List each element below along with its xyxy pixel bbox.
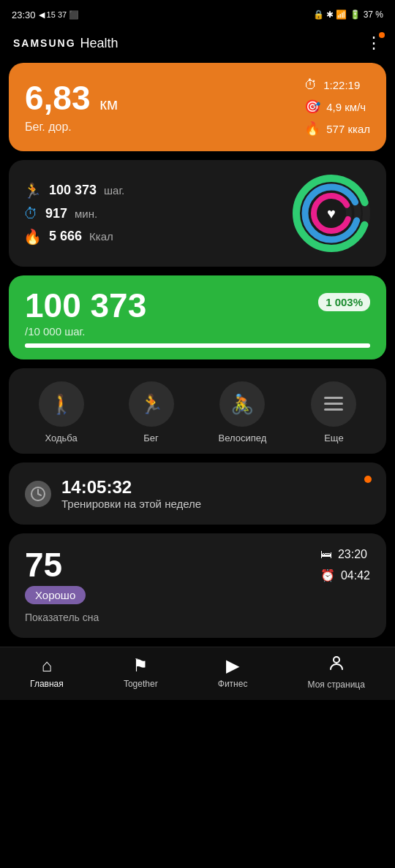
activity-more-button[interactable]: Еще xyxy=(311,381,356,443)
bed-time: 🛏 23:20 xyxy=(320,548,367,561)
workout-type: Бег. дор. xyxy=(25,121,118,134)
svg-text:♥: ♥ xyxy=(327,205,336,221)
steps-badge: 1 003% xyxy=(318,293,370,311)
walk-icon: 🚶 xyxy=(39,381,84,427)
steps-progress-fill xyxy=(25,343,370,348)
notification-dot xyxy=(379,32,385,38)
nav-profile[interactable]: Моя страница xyxy=(308,655,365,690)
bed-time-value: 23:20 xyxy=(338,548,367,561)
cards-container: 6,83 км Бег. дор. ⏱ 1:22:19 🎯 4,9 км/ч 🔥… xyxy=(0,63,395,638)
workout-speed: 🎯 4,9 км/ч xyxy=(304,99,366,115)
training-info: 14:05:32 Тренировки на этой неделе xyxy=(61,477,201,510)
nav-fitness[interactable]: ▶ Фитнес xyxy=(218,655,248,689)
heart-ring: ♥ xyxy=(291,173,372,254)
activity-bike-button[interactable]: 🚴 Велосипед xyxy=(219,381,267,443)
kcal-unit: Ккал xyxy=(89,230,113,243)
sleep-quality-badge: Хорошо xyxy=(25,586,86,604)
battery-icons: 🔒 ✱ 📶 🔋 xyxy=(313,9,361,20)
kcal-row: 🔥 5 666 Ккал xyxy=(23,228,124,245)
walk-label: Ходьба xyxy=(45,433,77,443)
bike-label: Велосипед xyxy=(219,433,267,443)
svg-line-12 xyxy=(38,494,41,495)
profile-label: Моя страница xyxy=(308,679,365,690)
sleep-card[interactable]: 75 Хорошо Показатель сна 🛏 23:20 ⏰ 04:42 xyxy=(9,533,386,638)
logo-samsung: SAMSUNG xyxy=(13,37,76,49)
steps-row: 🏃 100 373 шаг. xyxy=(23,182,124,199)
training-notification-dot xyxy=(364,476,372,483)
home-label: Главная xyxy=(30,679,64,689)
training-label: Тренировки на этой неделе xyxy=(61,498,201,510)
heart-ring-svg: ♥ xyxy=(291,173,372,254)
bike-icon: 🚴 xyxy=(219,381,265,427)
run-icon: 🏃 xyxy=(129,381,174,427)
profile-icon xyxy=(328,655,345,677)
more-activities-icon xyxy=(311,381,356,427)
minutes-row: ⏱ 917 мин. xyxy=(23,205,124,222)
time: 23:30 xyxy=(12,9,36,20)
workout-calories: 🔥 577 ккал xyxy=(304,121,370,137)
workout-right: ⏱ 1:22:19 🎯 4,9 км/ч 🔥 577 ккал xyxy=(304,77,370,137)
home-icon: ⌂ xyxy=(42,655,53,676)
timer-icon: ⏱ xyxy=(304,77,317,93)
workout-distance: 6,83 км xyxy=(25,81,118,115)
speed-icon: 🎯 xyxy=(304,99,320,115)
run-label: Бег xyxy=(143,433,159,443)
steps-goal: /10 000 шаг. xyxy=(25,325,370,338)
bed-icon: 🛏 xyxy=(320,548,332,561)
header-menu-button[interactable]: ⋮ xyxy=(366,34,382,53)
battery-percent: 37 % xyxy=(364,9,383,20)
wake-time: ⏰ 04:42 xyxy=(320,568,370,582)
activities-card: 🚶 Ходьба 🏃 Бег 🚴 Велосипед Еще xyxy=(9,368,386,454)
fitness-label: Фитнес xyxy=(218,679,248,689)
clock-activity-icon: ⏱ xyxy=(23,205,38,222)
activity-run-button[interactable]: 🏃 Бег xyxy=(129,381,174,443)
activity-walk-button[interactable]: 🚶 Ходьба xyxy=(39,381,84,443)
sleep-right: 🛏 23:20 ⏰ 04:42 xyxy=(320,548,370,582)
more-label: Еще xyxy=(324,433,343,443)
training-card[interactable]: 14:05:32 Тренировки на этой неделе xyxy=(9,462,386,525)
steps-icon: 🏃 xyxy=(23,182,42,199)
kcal-value: 5 666 xyxy=(49,229,82,244)
svg-rect-8 xyxy=(324,403,343,405)
status-bar: 23:30 ◀ 15 37 ⬛ 🔒 ✱ 📶 🔋 37 % xyxy=(0,0,395,26)
app-header: SAMSUNG Health ⋮ xyxy=(0,26,395,63)
svg-rect-7 xyxy=(324,397,343,399)
app-logo: SAMSUNG Health xyxy=(13,36,118,51)
steps-progress-bar xyxy=(25,343,370,348)
steps-number: 100 373 xyxy=(25,289,146,322)
steps-main: 100 373 1 003% xyxy=(25,289,370,322)
signal-icons: ◀ 15 37 ⬛ xyxy=(39,10,80,20)
svg-point-13 xyxy=(334,657,339,663)
workout-card[interactable]: 6,83 км Бег. дор. ⏱ 1:22:19 🎯 4,9 км/ч 🔥… xyxy=(9,63,386,151)
sleep-label: Показатель сна xyxy=(25,612,99,623)
minutes-value: 917 xyxy=(45,206,67,221)
activity-stats: 🏃 100 373 шаг. ⏱ 917 мин. 🔥 5 666 Ккал xyxy=(23,182,124,245)
svg-rect-9 xyxy=(324,408,343,411)
alarm-icon: ⏰ xyxy=(320,568,335,582)
logo-health: Health xyxy=(80,36,118,51)
steps-unit: шаг. xyxy=(104,184,124,197)
fitness-icon: ▶ xyxy=(226,655,239,676)
flame-icon: 🔥 xyxy=(304,121,320,137)
sleep-left: 75 Хорошо Показатель сна xyxy=(25,548,99,623)
sleep-score: 75 xyxy=(25,548,99,582)
status-right: 🔒 ✱ 📶 🔋 37 % xyxy=(313,9,383,20)
together-label: Together xyxy=(124,679,158,689)
nav-home[interactable]: ⌂ Главная xyxy=(30,655,64,689)
together-icon: ⚑ xyxy=(132,655,148,676)
activity-card[interactable]: 🏃 100 373 шаг. ⏱ 917 мин. 🔥 5 666 Ккал xyxy=(9,160,386,267)
workout-left: 6,83 км Бег. дор. xyxy=(25,81,118,134)
distance-unit: км xyxy=(99,95,118,113)
workout-duration: ⏱ 1:22:19 xyxy=(304,77,360,93)
training-time: 14:05:32 xyxy=(61,477,201,498)
steps-value: 100 373 xyxy=(49,183,97,198)
status-left: 23:30 ◀ 15 37 ⬛ xyxy=(12,9,79,20)
steps-card[interactable]: 100 373 1 003% /10 000 шаг. xyxy=(9,275,386,359)
bottom-nav: ⌂ Главная ⚑ Together ▶ Фитнес Моя страни… xyxy=(0,647,395,700)
kcal-icon: 🔥 xyxy=(23,228,42,245)
nav-together[interactable]: ⚑ Together xyxy=(124,655,158,689)
minutes-unit: мин. xyxy=(75,208,97,220)
training-clock-icon xyxy=(25,481,51,507)
wake-time-value: 04:42 xyxy=(341,569,370,582)
